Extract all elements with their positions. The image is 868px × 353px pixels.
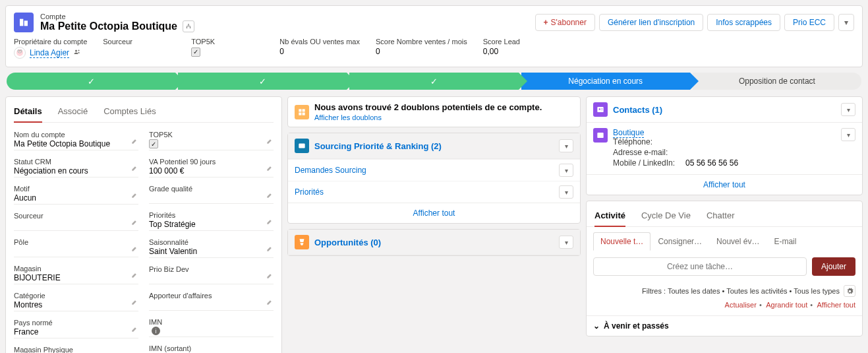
gear-icon[interactable]	[844, 285, 855, 297]
edit-icon[interactable]	[266, 137, 274, 146]
field-value	[149, 274, 274, 284]
edit-icon[interactable]	[266, 245, 274, 254]
warning-icon	[295, 105, 309, 119]
sourcing-item-link[interactable]: Demandes Sourcing	[295, 166, 366, 175]
contact-field-label: Téléphone:	[613, 137, 685, 146]
actualiser-link[interactable]: Actualiser	[725, 301, 757, 309]
edit-icon[interactable]	[266, 272, 274, 281]
svg-rect-11	[20, 51, 20, 52]
edit-icon[interactable]	[266, 164, 274, 174]
svg-rect-22	[601, 110, 602, 110]
field-label: Motif	[14, 185, 138, 193]
more-actions-button[interactable]: ▾	[838, 14, 854, 31]
tab-associe[interactable]: Associé	[58, 104, 88, 122]
edit-icon[interactable]	[131, 325, 138, 335]
field-label: Grade qualité	[149, 185, 274, 193]
show-duplicates-link[interactable]: Afficher les doublons	[314, 113, 542, 121]
row-menu-button[interactable]: ▾	[559, 185, 573, 199]
field-value: ✓	[149, 139, 274, 150]
path-stage-done[interactable]	[7, 73, 175, 90]
tab-chatter[interactable]: Chatter	[707, 208, 735, 226]
follow-button[interactable]: S'abonner	[535, 14, 595, 31]
contact-field-label: Mobile / LinkedIn:	[613, 158, 685, 168]
subtab-new-task[interactable]: Nouvelle t…	[593, 232, 651, 251]
edit-icon[interactable]	[131, 298, 138, 307]
field-value	[149, 300, 274, 311]
svg-rect-15	[303, 109, 305, 112]
opportunites-title-link[interactable]: Opportunités (0)	[314, 238, 381, 247]
task-input[interactable]	[593, 257, 807, 276]
contact-menu-button[interactable]: ▾	[841, 128, 855, 141]
change-owner-icon[interactable]	[73, 48, 82, 57]
card-menu-button[interactable]: ▾	[841, 103, 855, 116]
owner-link[interactable]: Linda Agier	[30, 48, 69, 58]
card-menu-button[interactable]: ▾	[559, 236, 573, 249]
field-label: TOP5K	[149, 131, 274, 139]
owner-avatar-icon	[14, 47, 26, 59]
prio-ecc-button[interactable]: Prio ECC	[784, 14, 834, 31]
row-menu-button[interactable]: ▾	[559, 164, 573, 177]
edit-icon[interactable]	[266, 191, 274, 201]
svg-point-3	[187, 27, 188, 28]
info-icon[interactable]: i	[152, 327, 160, 335]
contacts-title-link[interactable]: Contacts (1)	[613, 105, 662, 115]
svg-point-9	[18, 50, 19, 51]
edit-icon[interactable]	[131, 191, 138, 201]
path-stage-future[interactable]: Opposition de contact	[693, 73, 861, 90]
field-label: VA Potentiel 90 jours	[149, 158, 274, 166]
path-stage-current[interactable]: Négociation en cours	[521, 73, 690, 90]
field-label: Magasin	[14, 265, 138, 273]
edit-icon[interactable]	[131, 164, 138, 174]
check-icon	[430, 77, 438, 86]
chevron-down-icon: ⌄	[593, 321, 600, 331]
svg-rect-0	[20, 19, 23, 26]
path-stage-done[interactable]	[178, 73, 347, 90]
nbevals-label: Nb évals OU ventes max	[279, 38, 360, 46]
tab-activite[interactable]: Activité	[594, 208, 625, 227]
card-menu-button[interactable]: ▾	[559, 139, 573, 152]
svg-rect-16	[299, 112, 301, 115]
field-label: Priorités	[149, 211, 274, 219]
sourcing-title-link[interactable]: Sourcing Priorité & Ranking (2)	[314, 141, 442, 151]
edit-icon[interactable]	[131, 271, 138, 280]
afficher-tout-link[interactable]: Afficher tout	[817, 301, 856, 309]
infos-scrappees-button[interactable]: Infos scrappées	[707, 14, 780, 31]
field-value: Saint Valentin	[149, 247, 274, 258]
edit-icon[interactable]	[131, 218, 138, 228]
subtab-new-event[interactable]: Nouvel év…	[709, 232, 767, 251]
tab-cycle-vie[interactable]: Cycle De Vie	[641, 208, 691, 226]
scorelead-value: 0,00	[483, 47, 556, 56]
edit-icon[interactable]	[266, 218, 274, 227]
add-task-button[interactable]: Ajouter	[812, 257, 855, 276]
edit-icon[interactable]	[131, 245, 138, 254]
nbevals-value: 0	[279, 47, 360, 56]
svg-rect-21	[601, 108, 602, 109]
svg-rect-18	[299, 144, 304, 148]
edit-icon[interactable]	[131, 137, 138, 146]
field-label: Sourceur	[14, 212, 138, 220]
subtab-email[interactable]: E-mail	[767, 232, 803, 251]
field-label: Apporteur d'affaires	[149, 292, 274, 300]
top5k-label: TOP5K	[191, 38, 264, 46]
show-all-link[interactable]: Afficher tout	[703, 180, 745, 189]
field-label: IMN (sortant)	[149, 344, 274, 352]
field-value	[14, 247, 138, 257]
object-breadcrumb: Compte	[40, 13, 194, 20]
timeline-toggle[interactable]: ⌄ À venir et passés	[587, 316, 862, 336]
tab-comptes-lies[interactable]: Comptes Liés	[103, 104, 156, 122]
activity-filters-text: Filtres : Toutes les dates • Toutes les …	[642, 287, 840, 295]
generate-link-button[interactable]: Générer lien d'inscription	[599, 14, 703, 31]
contact-name-link[interactable]: Boutique	[613, 128, 644, 138]
hierarchy-button[interactable]	[183, 20, 194, 32]
subtab-log[interactable]: Consigner…	[651, 232, 709, 251]
show-all-link[interactable]: Afficher tout	[413, 209, 455, 218]
path-stage-done[interactable]	[349, 73, 518, 90]
edit-icon[interactable]	[266, 298, 274, 307]
owner-label: Propriétaire du compte	[14, 38, 87, 46]
field-value: Top Stratégie	[149, 220, 274, 231]
tab-details[interactable]: Détails	[14, 104, 42, 123]
sourcing-item-link[interactable]: Priorités	[295, 187, 324, 197]
field-label: Pôle	[14, 238, 138, 246]
checkbox-icon: ✓	[149, 139, 158, 148]
agrandir-link[interactable]: Agrandir tout	[766, 301, 807, 309]
